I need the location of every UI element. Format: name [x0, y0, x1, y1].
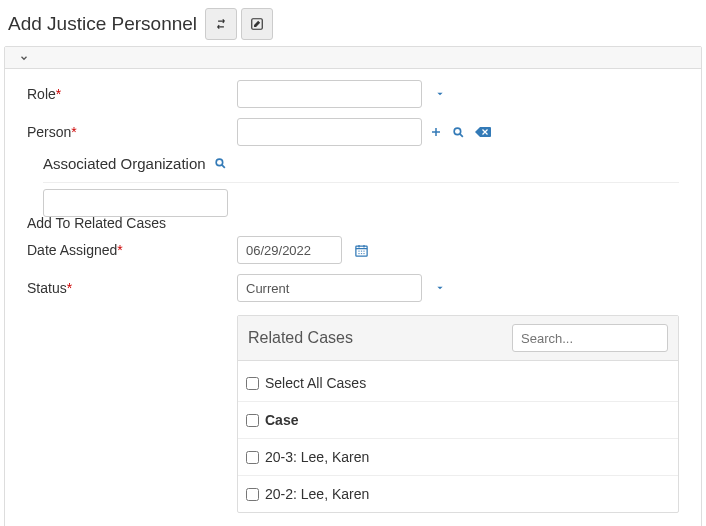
select-all-cases-checkbox[interactable] — [246, 377, 259, 390]
swap-icon — [214, 17, 228, 31]
required-marker: * — [67, 280, 72, 296]
page-title: Add Justice Personnel — [8, 13, 197, 35]
date-assigned-label: Date Assigned — [27, 242, 117, 258]
associated-org-search-button[interactable] — [214, 157, 227, 170]
associated-org-input[interactable] — [43, 189, 228, 217]
edit-button[interactable] — [241, 8, 273, 40]
add-to-related-label: Add To Related Cases — [27, 215, 166, 231]
svg-point-1 — [454, 128, 461, 135]
associated-org-label: Associated Organization — [43, 155, 206, 172]
required-marker: * — [117, 242, 122, 258]
role-dropdown-toggle[interactable] — [430, 86, 450, 102]
role-select[interactable] — [237, 80, 422, 108]
date-assigned-input[interactable] — [237, 236, 342, 264]
calendar-button[interactable] — [354, 243, 369, 258]
status-label: Status — [27, 280, 67, 296]
status-dropdown-toggle[interactable] — [430, 280, 450, 296]
role-label: Role — [27, 86, 56, 102]
person-label: Person — [27, 124, 71, 140]
case-checkbox[interactable] — [246, 451, 259, 464]
person-search-button[interactable] — [452, 126, 465, 139]
swap-button[interactable] — [205, 8, 237, 40]
case-checkbox[interactable] — [246, 488, 259, 501]
case-column-header: Case — [265, 412, 298, 428]
edit-icon — [250, 17, 264, 31]
related-cases-panel: Related Cases Select All Cases Case 20-3… — [237, 315, 679, 513]
case-label: 20-2: Lee, Karen — [265, 486, 369, 502]
chevron-down-icon — [19, 53, 29, 63]
required-marker: * — [56, 86, 61, 102]
case-label: 20-3: Lee, Karen — [265, 449, 369, 465]
person-input[interactable] — [237, 118, 422, 146]
svg-point-2 — [216, 159, 223, 166]
case-list-item: 20-3: Lee, Karen — [238, 438, 678, 475]
person-clear-button[interactable] — [475, 126, 491, 139]
select-all-cases-label: Select All Cases — [265, 375, 366, 391]
related-cases-search-input[interactable] — [512, 324, 668, 352]
person-add-button[interactable] — [430, 126, 442, 139]
status-select[interactable] — [237, 274, 422, 302]
collapse-toggle[interactable] — [5, 47, 701, 69]
required-marker: * — [71, 124, 76, 140]
related-cases-title: Related Cases — [248, 329, 353, 347]
case-column-checkbox[interactable] — [246, 414, 259, 427]
case-list-item: 20-2: Lee, Karen — [238, 475, 678, 512]
